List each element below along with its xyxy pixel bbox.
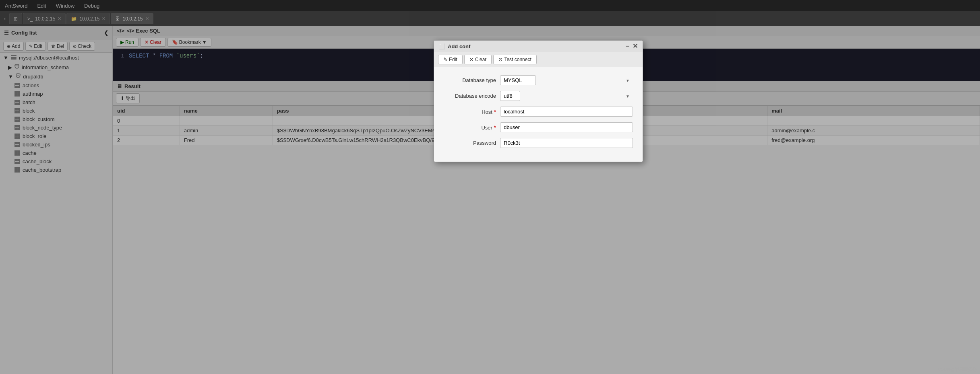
dialog-edit-label: Edit [449, 57, 457, 62]
dialog-body: Database type MYSQL MSSQL Oracle Postgre… [434, 67, 643, 162]
dialog-overlay: ⬜ Add conf − ✕ ✎ Edit ✕ Clear ⊙ Test con… [0, 0, 980, 374]
dialog-clear-icon: ✕ [469, 57, 473, 62]
dialog-test-icon: ⊙ [498, 57, 502, 62]
dialog-clear-label: Clear [475, 57, 487, 62]
host-label: Host * [444, 109, 496, 115]
dialog-edit-icon: ✎ [443, 57, 447, 62]
db-encode-select-wrap: utf8 gbk latin1 [500, 91, 633, 101]
dialog-close-button[interactable]: ✕ [633, 43, 638, 49]
form-row-db-type: Database type MYSQL MSSQL Oracle Postgre… [444, 75, 633, 85]
db-encode-label: Database encode [444, 93, 496, 99]
password-input[interactable] [500, 138, 633, 148]
user-input[interactable] [500, 122, 633, 132]
dialog-minimize-button[interactable]: − [626, 43, 629, 49]
user-required: * [494, 124, 496, 131]
host-required: * [494, 109, 496, 115]
dialog-title: Add conf [448, 43, 470, 49]
dialog-test-label: Test connect [504, 57, 531, 62]
form-row-user: User * [444, 122, 633, 132]
dialog-titlebar: ⬜ Add conf − ✕ [434, 41, 643, 52]
add-conf-dialog: ⬜ Add conf − ✕ ✎ Edit ✕ Clear ⊙ Test con… [434, 40, 643, 162]
dialog-test-button[interactable]: ⊙ Test connect [493, 55, 536, 64]
dialog-toolbar: ✎ Edit ✕ Clear ⊙ Test connect [434, 52, 643, 67]
dialog-edit-button[interactable]: ✎ Edit [438, 55, 463, 64]
dialog-title-icon: ⬜ [439, 43, 445, 49]
watermark: CSDN@半只野猫仔 [938, 366, 977, 372]
db-type-label: Database type [444, 77, 496, 83]
form-row-db-encode: Database encode utf8 gbk latin1 [444, 91, 633, 101]
password-label: Password [444, 140, 496, 146]
dialog-clear-button[interactable]: ✕ Clear [464, 55, 492, 64]
db-encode-select[interactable]: utf8 gbk latin1 [500, 91, 520, 101]
db-type-select[interactable]: MYSQL MSSQL Oracle PostgreSQL [500, 75, 536, 85]
form-row-host: Host * [444, 107, 633, 117]
form-row-password: Password [444, 138, 633, 148]
db-type-select-wrap: MYSQL MSSQL Oracle PostgreSQL [500, 75, 633, 85]
host-input[interactable] [500, 107, 633, 117]
user-label: User * [444, 124, 496, 131]
